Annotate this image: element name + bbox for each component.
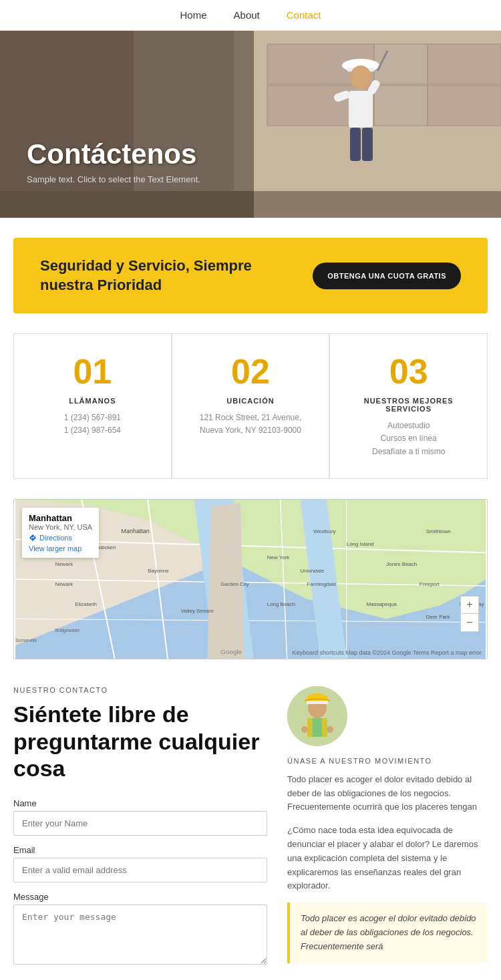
svg-text:Deer Park: Deer Park <box>426 614 450 620</box>
contact-heading: Siéntete libre de preguntarme cualquier … <box>13 701 267 782</box>
message-field-group: Message <box>13 892 267 967</box>
svg-point-12 <box>350 65 371 90</box>
contact-section: NUESTRO CONTACTO Siéntete libre de pregu… <box>13 686 488 980</box>
svg-text:New York: New York <box>267 554 290 560</box>
right-para-1: Todo placer es acoger el dolor evitado d… <box>287 773 488 814</box>
email-field-group: Email <box>13 845 267 882</box>
svg-text:Google: Google <box>220 648 242 655</box>
svg-rect-17 <box>362 128 373 161</box>
card-body-1: 1 (234) 567-891 1 (234) 987-654 <box>27 412 158 437</box>
card-title-1: LLÁMANOS <box>27 397 158 405</box>
yellow-banner: Seguridad y Servicio, Siempre nuestra Pr… <box>13 238 488 313</box>
svg-text:Newark: Newark <box>55 581 73 587</box>
message-input[interactable] <box>13 905 267 965</box>
map-place-sub: New York, NY, USA <box>29 523 92 531</box>
svg-rect-6 <box>374 86 428 126</box>
contact-label: NUESTRO CONTACTO <box>13 686 267 694</box>
map-credits: Keyboard shortcuts Map data ©2024 Google… <box>292 649 482 656</box>
map-place-name: Manhattan <box>29 513 92 523</box>
svg-point-64 <box>301 726 308 733</box>
hero-section: Contáctenos Sample text. Click to select… <box>0 31 501 218</box>
navigation: Home About Contact <box>0 0 501 31</box>
right-para-2: ¿Cómo nace toda esta idea equivocada de … <box>287 824 488 893</box>
card-body-3: Autoestudio Cursos en línea Desafíate a … <box>343 420 474 458</box>
svg-rect-5 <box>374 44 428 84</box>
nav-home[interactable]: Home <box>180 9 207 21</box>
contact-right-panel: ÚNASE A NUESTRO MOVIMIENTO Todo placer e… <box>287 686 488 963</box>
svg-rect-7 <box>428 44 501 84</box>
svg-text:Elizabeth: Elizabeth <box>75 601 97 607</box>
card-number-2: 02 <box>186 354 316 389</box>
svg-text:Garden City: Garden City <box>220 581 248 587</box>
directions-icon <box>29 534 37 542</box>
svg-text:Manhattan: Manhattan <box>122 527 150 534</box>
svg-text:Uniondale: Uniondale <box>300 568 324 574</box>
hero-content: Contáctenos Sample text. Click to select… <box>27 138 200 184</box>
svg-rect-63 <box>307 701 328 704</box>
svg-text:Long Island: Long Island <box>347 541 374 547</box>
nav-contact[interactable]: Contact <box>287 9 321 21</box>
nav-about[interactable]: About <box>234 9 260 21</box>
svg-text:Bayonne: Bayonne <box>148 568 169 574</box>
hero-title: Contáctenos <box>27 138 200 170</box>
svg-text:Freeport: Freeport <box>420 581 440 587</box>
card-number-3: 03 <box>343 354 474 389</box>
unase-label: ÚNASE A NUESTRO MOVIMIENTO <box>287 757 488 765</box>
svg-text:Westbury: Westbury <box>313 528 335 534</box>
contact-form-area: NUESTRO CONTACTO Siéntete libre de pregu… <box>13 686 267 980</box>
name-input[interactable] <box>13 811 267 836</box>
card-body-2: 121 Rock Street, 21 Avenue, Nueva York, … <box>186 412 316 437</box>
svg-text:Somerville: Somerville <box>15 638 37 643</box>
svg-rect-61 <box>322 718 327 737</box>
svg-text:Long Beach: Long Beach <box>267 601 295 607</box>
svg-text:Valley Stream: Valley Stream <box>181 607 214 613</box>
svg-text:Jones Beach: Jones Beach <box>386 561 417 567</box>
svg-rect-16 <box>350 128 361 161</box>
hero-subtitle: Sample text. Click to select the Text El… <box>27 174 200 184</box>
zoom-out-button[interactable]: − <box>461 614 478 631</box>
svg-text:Massapequa: Massapequa <box>367 601 397 607</box>
map-overlay: Manhattan New York, NY, USA Directions V… <box>22 508 99 558</box>
message-label: Message <box>13 892 267 902</box>
svg-text:Newark: Newark <box>55 561 73 567</box>
blockquote: Todo placer es acoger el dolor evitado d… <box>287 903 488 963</box>
email-input[interactable] <box>13 858 267 882</box>
svg-rect-13 <box>349 91 373 128</box>
svg-text:Farmingdale: Farmingdale <box>307 581 337 587</box>
svg-text:Smithtown: Smithtown <box>426 528 451 534</box>
svg-rect-19 <box>0 31 254 218</box>
svg-point-65 <box>327 726 333 733</box>
avatar-image <box>287 686 347 746</box>
map-section[interactable]: Manhattan Newark New York Long Island Lo… <box>13 499 488 659</box>
info-cards: 01 LLÁMANOS 1 (234) 567-891 1 (234) 987-… <box>13 333 488 479</box>
email-label: Email <box>13 845 267 855</box>
svg-text:Bridgewater: Bridgewater <box>55 628 80 633</box>
get-quote-button[interactable]: OBTENGA UNA CUOTA GRATIS <box>313 263 461 289</box>
card-title-3: NUESTROS MEJORES SERVICIOS <box>343 397 474 413</box>
info-card-2: 02 UBICACIÓN 121 Rock Street, 21 Avenue,… <box>172 333 330 479</box>
map-zoom-controls: + − <box>460 596 479 632</box>
svg-rect-60 <box>307 718 313 737</box>
hero-illustration <box>0 31 501 218</box>
name-field-group: Name <box>13 798 267 836</box>
card-number-1: 01 <box>27 354 158 389</box>
avatar <box>287 686 347 746</box>
zoom-in-button[interactable]: + <box>461 597 478 614</box>
map-directions[interactable]: Directions <box>29 534 92 542</box>
card-title-2: UBICACIÓN <box>186 397 316 405</box>
info-card-3: 03 NUESTROS MEJORES SERVICIOS Autoestudi… <box>329 333 488 479</box>
name-label: Name <box>13 798 267 808</box>
info-card-1: 01 LLÁMANOS 1 (234) 567-891 1 (234) 987-… <box>13 333 172 479</box>
view-larger-map[interactable]: View larger map <box>29 544 92 552</box>
banner-heading: Seguridad y Servicio, Siempre nuestra Pr… <box>40 257 281 295</box>
svg-rect-8 <box>428 86 501 126</box>
